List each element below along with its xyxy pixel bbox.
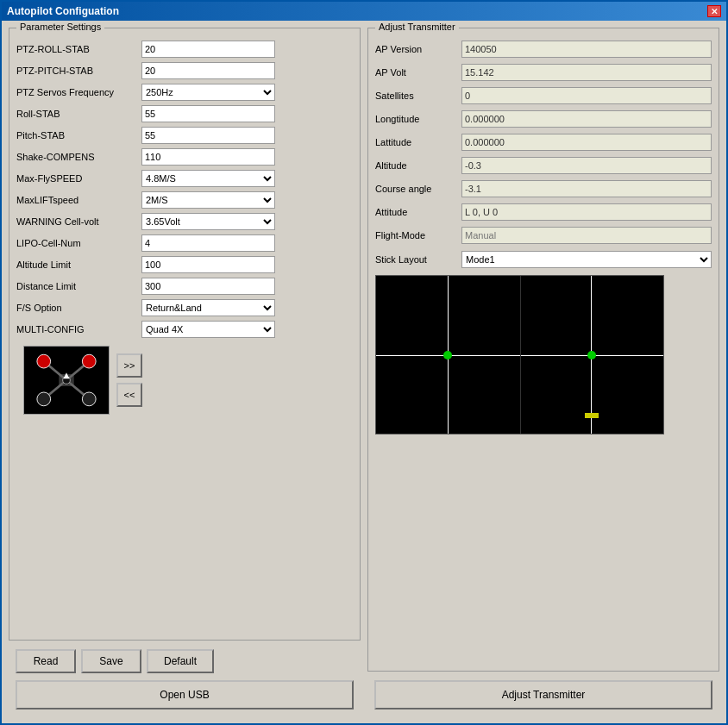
default-button[interactable]: Default <box>147 649 214 673</box>
param-row-max-liftspeed: MaxLIFTspeed 2M/S4M/S6M/S <box>16 191 353 209</box>
label-fs-option: F/S Option <box>16 303 141 313</box>
label-ap-volt: AP Volt <box>375 67 461 78</box>
select-max-flyspeed[interactable]: 4.8M/S2M/S6M/S <box>141 170 275 187</box>
row-flight-mode: Flight-Mode <box>375 227 712 244</box>
label-stick-layout: Stick Layout <box>375 254 461 265</box>
input-lipo-cell-num[interactable] <box>141 234 275 252</box>
label-altitude-limit: Altitude Limit <box>16 259 141 270</box>
label-ptz-servos-freq: PTZ Servos Frequency <box>16 87 141 97</box>
select-max-liftspeed[interactable]: 2M/S4M/S6M/S <box>141 191 275 209</box>
input-ap-volt <box>461 64 712 81</box>
label-pitch-stab: Pitch-STAB <box>16 130 141 141</box>
label-satellites: Satellites <box>375 91 461 101</box>
input-satellites <box>461 87 712 104</box>
input-ptz-roll-stab[interactable] <box>141 41 275 58</box>
input-longtitude <box>461 110 712 128</box>
select-fs-option[interactable]: Return&LandHoverLand <box>141 299 275 316</box>
parameter-settings-title: Parameter Settings <box>16 22 104 32</box>
read-button[interactable]: Read <box>16 649 76 673</box>
row-ap-volt: AP Volt <box>375 64 712 81</box>
stick-layout-row: Stick Layout Mode1Mode2Mode3 <box>375 251 712 268</box>
input-ptz-pitch-stab[interactable] <box>141 62 275 79</box>
input-pitch-stab[interactable] <box>141 127 275 144</box>
row-attitude: Attitude <box>375 203 712 221</box>
main-window: Autopilot Configuation ✕ Parameter Setti… <box>0 0 728 725</box>
label-longtitude: Longtitude <box>375 114 461 124</box>
forward-button[interactable]: >> <box>116 353 142 378</box>
label-max-flyspeed: Max-FlySPEED <box>16 173 141 184</box>
input-shake-compens[interactable] <box>141 148 275 166</box>
label-warning-cell-volt: WARNING Cell-volt <box>16 216 141 227</box>
row-altitude: Altitude <box>375 157 712 174</box>
select-ptz-servos-freq[interactable]: 250Hz50Hz100Hz <box>141 84 275 101</box>
label-ap-version: AP Version <box>375 44 461 54</box>
input-attitude <box>461 203 712 221</box>
label-attitude: Attitude <box>375 207 461 217</box>
close-button[interactable]: ✕ <box>707 5 721 17</box>
param-row-max-flyspeed: Max-FlySPEED 4.8M/S2M/S6M/S <box>16 170 353 187</box>
param-row-pitch-stab: Pitch-STAB <box>16 127 353 144</box>
parameter-settings-group: Parameter Settings PTZ-ROLL-STAB PTZ-PIT… <box>9 28 361 641</box>
save-button[interactable]: Save <box>81 649 141 673</box>
input-ap-version <box>461 41 712 58</box>
param-row-distance-limit: Distance Limit <box>16 278 353 295</box>
param-row-altitude-limit: Altitude Limit <box>16 256 353 273</box>
label-lattitude: Lattitude <box>375 137 461 147</box>
row-course-angle: Course angle <box>375 180 712 197</box>
stick-canvas <box>375 275 664 434</box>
label-max-liftspeed: MaxLIFTspeed <box>16 195 141 205</box>
side-buttons: >> << <box>116 353 142 407</box>
param-row-ptz-servos-freq: PTZ Servos Frequency 250Hz50Hz100Hz <box>16 84 353 101</box>
left-panel: Parameter Settings PTZ-ROLL-STAB PTZ-PIT… <box>9 28 361 716</box>
param-row-ptz-pitch-stab: PTZ-PITCH-STAB <box>16 62 353 79</box>
select-stick-layout[interactable]: Mode1Mode2Mode3 <box>461 251 712 268</box>
label-multi-config: MULTI-CONFIG <box>16 324 141 334</box>
param-row-fs-option: F/S Option Return&LandHoverLand <box>16 299 353 316</box>
select-warning-cell-volt[interactable]: 3.65Volt3.5Volt3.8Volt <box>141 213 275 230</box>
row-satellites: Satellites <box>375 87 712 104</box>
label-altitude: Altitude <box>375 160 461 171</box>
row-lattitude: Lattitude <box>375 134 712 151</box>
input-distance-limit[interactable] <box>141 278 275 295</box>
param-row-roll-stab: Roll-STAB <box>16 105 353 122</box>
adjust-transmitter-button[interactable]: Adjust Transmitter <box>374 680 712 709</box>
param-row-warning-cell-volt: WARNING Cell-volt 3.65Volt3.5Volt3.8Volt <box>16 213 353 230</box>
param-row-shake-compens: Shake-COMPENS <box>16 148 353 166</box>
window-title: Autopilot Configuation <box>7 5 119 17</box>
svg-point-5 <box>37 354 51 368</box>
row-longtitude: Longtitude <box>375 110 712 128</box>
label-lipo-cell-num: LIPO-Cell-Num <box>16 238 141 248</box>
label-distance-limit: Distance Limit <box>16 281 141 291</box>
param-row-ptz-roll-stab: PTZ-ROLL-STAB <box>16 41 353 58</box>
input-roll-stab[interactable] <box>141 105 275 122</box>
adjust-transmitter-group: Adjust Transmitter AP Version AP Volt Sa… <box>367 28 719 672</box>
right-panel: Adjust Transmitter AP Version AP Volt Sa… <box>367 28 719 716</box>
drone-row: >> << <box>16 342 353 418</box>
param-row-multi-config: MULTI-CONFIG Quad 4XQuad +Hex 6X <box>16 321 353 338</box>
title-bar: Autopilot Configuation ✕ <box>2 2 726 21</box>
input-altitude-limit[interactable] <box>141 256 275 273</box>
row-ap-version: AP Version <box>375 41 712 58</box>
label-flight-mode: Flight-Mode <box>375 230 461 241</box>
select-multi-config[interactable]: Quad 4XQuad +Hex 6X <box>141 321 275 338</box>
drone-image <box>23 346 110 415</box>
label-course-angle: Course angle <box>375 184 461 194</box>
label-shake-compens: Shake-COMPENS <box>16 152 141 162</box>
adjust-transmitter-title: Adjust Transmitter <box>375 22 459 32</box>
svg-point-7 <box>37 392 51 406</box>
input-lattitude <box>461 134 712 151</box>
input-flight-mode <box>461 227 712 244</box>
content-area: Parameter Settings PTZ-ROLL-STAB PTZ-PIT… <box>2 21 726 723</box>
label-ptz-roll-stab: PTZ-ROLL-STAB <box>16 44 141 54</box>
label-ptz-pitch-stab: PTZ-PITCH-STAB <box>16 66 141 76</box>
open-usb-button[interactable]: Open USB <box>16 680 354 709</box>
back-button[interactable]: << <box>116 383 142 407</box>
label-roll-stab: Roll-STAB <box>16 109 141 119</box>
input-altitude <box>461 157 712 174</box>
input-course-angle <box>461 180 712 197</box>
svg-point-6 <box>82 354 96 368</box>
svg-point-8 <box>82 392 96 406</box>
param-row-lipo-cell-num: LIPO-Cell-Num <box>16 234 353 252</box>
